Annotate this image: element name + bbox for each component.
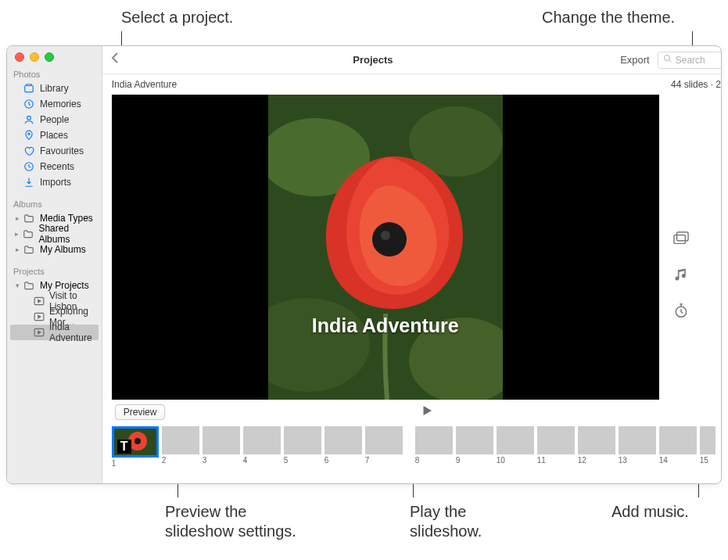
sidebar-section-projects: Projects <box>7 264 102 278</box>
thumbnail[interactable]: 12 <box>578 426 615 465</box>
thumbnail-number: 6 <box>325 456 362 465</box>
slideshow-icon <box>34 295 45 307</box>
close-window-button[interactable] <box>15 52 24 62</box>
search-placeholder: Search <box>676 55 705 66</box>
sidebar-item-label: People <box>40 114 69 125</box>
playback-controls: Preview <box>102 400 722 423</box>
search-input[interactable]: Search <box>658 52 722 69</box>
thumbnail-number: 7 <box>365 456 403 465</box>
sidebar-item-imports[interactable]: Imports <box>7 174 102 190</box>
app-window: Photos Library Memories People Places Fa… <box>6 45 722 484</box>
sidebar-item-shared-albums[interactable]: ▸ Shared Albums <box>7 226 102 242</box>
sidebar-item-label: Media Types <box>40 213 93 224</box>
thumbnail[interactable]: 7 <box>365 426 403 465</box>
thumbnail-number: 10 <box>497 456 534 465</box>
zoom-window-button[interactable] <box>45 52 54 62</box>
thumbnail-image <box>659 426 697 454</box>
sidebar-item-label: My Albums <box>40 244 86 255</box>
title-slide-badge: T <box>117 440 131 454</box>
search-icon <box>663 54 672 66</box>
svg-point-9 <box>664 56 669 61</box>
sidebar-item-favourites[interactable]: Favourites <box>7 143 102 159</box>
thumbnail[interactable]: 4 <box>243 426 281 465</box>
toolbar: Projects Export Search <box>102 46 722 74</box>
sidebar-item-recents[interactable]: Recents <box>7 159 102 174</box>
thumbnail[interactable]: 13 <box>619 426 656 465</box>
callout-preview-settings: Preview the slideshow settings. <box>165 502 296 541</box>
thumbnail[interactable]: 3 <box>203 426 240 465</box>
callout-play-slideshow: Play the slideshow. <box>410 502 482 541</box>
chevron-right-icon[interactable]: ▸ <box>13 230 20 238</box>
thumbnail-image <box>700 426 715 454</box>
people-icon <box>23 113 35 126</box>
sidebar-item-my-albums[interactable]: ▸ My Albums <box>7 242 102 257</box>
svg-point-4 <box>28 133 30 135</box>
sidebar-item-label: Recents <box>40 161 74 172</box>
sidebar-section-photos: Photos <box>7 66 102 81</box>
thumbnail-image <box>497 426 534 454</box>
thumbnail[interactable]: 6 <box>325 426 362 465</box>
sidebar-project-india-adventure[interactable]: India Adventure <box>10 325 99 340</box>
thumbnail[interactable]: 10 <box>497 426 534 465</box>
sidebar-item-memories[interactable]: Memories <box>7 96 102 112</box>
slideshow-icon <box>34 311 45 323</box>
callout-change-theme: Change the theme. <box>542 8 675 27</box>
svg-point-22 <box>134 438 141 444</box>
music-button[interactable] <box>670 264 692 285</box>
thumbnail[interactable]: 9 <box>456 426 493 465</box>
main-content: Projects Export Search India Adventure 4… <box>102 46 722 483</box>
project-name: India Adventure <box>112 79 177 90</box>
thumbnail[interactable]: 8 <box>415 426 453 465</box>
back-button[interactable] <box>110 52 126 68</box>
project-info-row: India Adventure 44 slides · 2:38m <box>102 74 722 95</box>
sidebar-item-label: Favourites <box>40 145 84 156</box>
minimize-window-button[interactable] <box>30 52 39 62</box>
svg-rect-0 <box>25 86 34 92</box>
places-icon <box>23 129 35 142</box>
preview-button[interactable]: Preview <box>115 404 166 420</box>
chevron-right-icon[interactable]: ▸ <box>13 214 21 222</box>
thumbnail-image <box>537 426 575 454</box>
memories-icon <box>23 98 35 110</box>
slideshow-icon <box>34 326 45 339</box>
thumbnail[interactable]: 11 <box>537 426 575 465</box>
thumbnail-image <box>325 426 362 454</box>
svg-point-16 <box>381 231 390 240</box>
thumbnail-number: 14 <box>659 456 697 465</box>
folder-icon <box>22 228 34 240</box>
duration-button[interactable] <box>670 300 692 321</box>
folder-icon <box>23 279 35 292</box>
sidebar-item-label: Library <box>40 83 69 94</box>
chevron-down-icon[interactable]: ▾ <box>13 282 21 289</box>
thumbnail-strip[interactable]: T 1 2 3 4 5 6 7 8 9 10 11 12 13 14 15 <box>102 423 722 474</box>
thumbnail[interactable]: 2 <box>162 426 199 465</box>
thumbnail-image <box>578 426 615 454</box>
thumbnail-number: 9 <box>456 456 493 465</box>
thumbnail-number: 11 <box>537 456 575 465</box>
svg-rect-18 <box>676 232 688 241</box>
thumbnail[interactable]: T 1 <box>112 426 159 468</box>
sidebar-item-label: Memories <box>40 99 81 109</box>
play-button[interactable] <box>420 404 434 421</box>
sidebar-item-people[interactable]: People <box>7 112 102 127</box>
svg-point-15 <box>372 222 407 257</box>
chevron-right-icon[interactable]: ▸ <box>13 246 21 253</box>
slideshow-canvas[interactable]: India Adventure <box>112 95 659 400</box>
toolbar-title: Projects <box>126 54 620 66</box>
sidebar-item-places[interactable]: Places <box>7 127 102 143</box>
slide-title-overlay: India Adventure <box>112 314 659 337</box>
thumbnail[interactable]: 5 <box>284 426 321 465</box>
thumbnail-image <box>619 426 656 454</box>
thumbnail-number: 2 <box>162 456 199 465</box>
thumbnail[interactable]: 14 <box>659 426 697 465</box>
thumbnail-number: 4 <box>243 456 281 465</box>
theme-button[interactable] <box>670 228 692 249</box>
export-button[interactable]: Export <box>620 54 650 66</box>
sidebar-section-albums: Albums <box>7 196 102 210</box>
svg-point-3 <box>27 116 31 120</box>
sidebar-item-library[interactable]: Library <box>7 81 102 96</box>
thumbnail-number: 15 <box>700 456 715 465</box>
library-icon <box>23 82 35 95</box>
thumbnail[interactable]: 15 <box>700 426 715 465</box>
callout-select-project: Select a project. <box>121 8 233 27</box>
